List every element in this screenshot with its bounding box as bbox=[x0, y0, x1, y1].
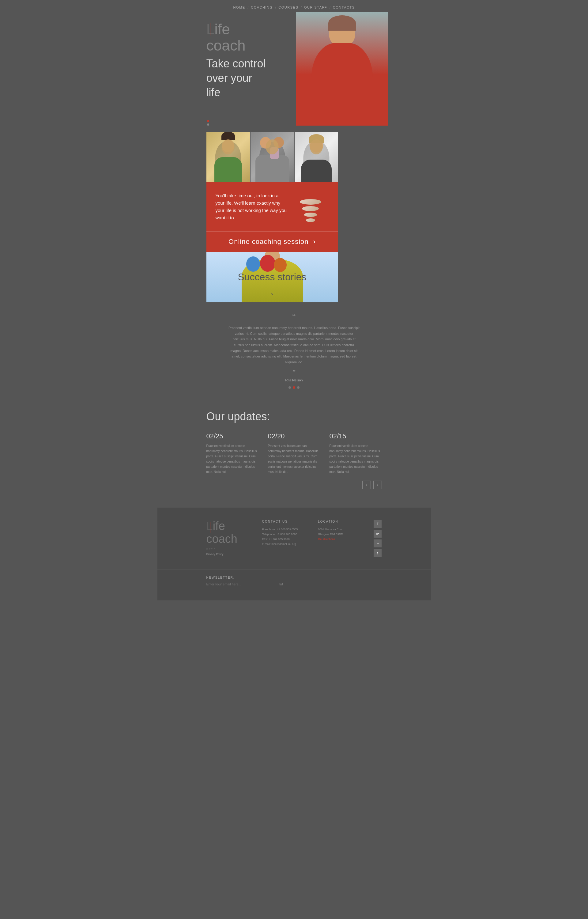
headline-line1: Take control bbox=[207, 57, 266, 70]
update-date-2: 02/20 bbox=[268, 432, 320, 440]
nav-home[interactable]: HOME bbox=[231, 5, 247, 9]
hero-person-bg bbox=[296, 12, 388, 126]
cta-button[interactable]: Online coaching session › bbox=[207, 232, 338, 252]
hero-dot-1 bbox=[207, 120, 209, 122]
updates-next-button[interactable]: › bbox=[373, 481, 382, 489]
facebook-icon[interactable]: f bbox=[374, 520, 381, 528]
footer-ife: ife bbox=[213, 520, 225, 532]
footer-location-title: LOCATION bbox=[318, 520, 361, 523]
footer-coach: coach bbox=[207, 533, 250, 546]
headline-line3: life bbox=[207, 86, 221, 99]
testimonial-dot-3[interactable] bbox=[297, 386, 299, 389]
nav-coaching[interactable]: COACHING bbox=[248, 5, 275, 9]
twitter-icon[interactable]: t bbox=[374, 549, 381, 557]
footer-freephone: Freephone: +1 800 559 8585 bbox=[262, 527, 305, 532]
cta-label: Online coaching session bbox=[228, 238, 309, 245]
footer: Life coach © 2015 Privacy Policy CONTACT… bbox=[157, 507, 431, 570]
newsletter-label: NEWSLETTER: bbox=[207, 570, 382, 579]
p2-flowers bbox=[270, 147, 279, 159]
footer-contact: CONTACT US Freephone: +1 800 559 8585 Te… bbox=[262, 520, 305, 547]
update-date-1: 02/25 bbox=[207, 432, 259, 440]
linkedin-icon[interactable]: in bbox=[374, 539, 381, 548]
hero-body bbox=[312, 43, 373, 126]
photo-sim-1 bbox=[207, 132, 250, 182]
open-quote-mark: “ bbox=[207, 312, 382, 321]
hero-hair bbox=[328, 15, 356, 31]
stones-visual bbox=[295, 191, 326, 222]
google-plus-icon[interactable]: g+ bbox=[374, 530, 381, 538]
stone-3 bbox=[304, 213, 317, 217]
photo-grid bbox=[207, 132, 338, 182]
testimonial-dot-2[interactable] bbox=[293, 386, 295, 389]
success-chevron-icon: ˅ bbox=[271, 292, 274, 300]
stone-4 bbox=[306, 218, 315, 222]
footer-logo-line1: Life bbox=[207, 520, 225, 533]
nav-courses[interactable]: COURSES bbox=[276, 5, 301, 9]
photo-sim-2 bbox=[250, 132, 294, 182]
hero-image bbox=[296, 12, 388, 126]
newsletter-form: ✉ bbox=[207, 582, 283, 588]
nav-red-line bbox=[294, 0, 294, 8]
footer-contact-details: Freephone: +1 800 559 8585 Telephone: +1… bbox=[262, 527, 305, 547]
footer-location: LOCATION 8001 Marmora Road Glasgow, D04 … bbox=[318, 520, 361, 542]
cta-section: Online coaching session › bbox=[207, 231, 338, 252]
stone-1 bbox=[300, 199, 321, 205]
success-section[interactable]: Success stories ˅ bbox=[207, 252, 338, 302]
site-logo: Life coach bbox=[207, 21, 246, 54]
update-text-2: Praesent vestibulum aenean nonummy hendr… bbox=[268, 443, 320, 475]
p2-head1 bbox=[260, 137, 271, 149]
nav-staff[interactable]: OUR STAFF bbox=[302, 5, 330, 9]
update-item-2: 02/20 Praesent vestibulum aenean nonummy… bbox=[268, 432, 320, 475]
logo-red-bar bbox=[210, 23, 210, 36]
newsletter-input[interactable] bbox=[207, 582, 279, 586]
update-text-1: Praesent vestibulum aenean nonummy hendr… bbox=[207, 443, 259, 475]
p1-body bbox=[214, 157, 242, 183]
p2-head2 bbox=[273, 137, 284, 148]
logo-l-letter: L bbox=[207, 21, 215, 37]
photo-2 bbox=[250, 132, 294, 182]
nav-contacts[interactable]: CONTACTS bbox=[330, 5, 357, 9]
main-nav: HOME / COACHING / COURSES / OUR STAFF / … bbox=[157, 0, 431, 12]
hero-dots bbox=[207, 120, 209, 126]
updates-grid: 02/25 Praesent vestibulum aenean nonummy… bbox=[207, 432, 382, 475]
photo-sim-3 bbox=[295, 132, 338, 182]
logo-ife: ife bbox=[214, 21, 230, 37]
logo-coach: coach bbox=[207, 38, 246, 54]
footer-privacy-link[interactable]: Privacy Policy bbox=[207, 552, 224, 556]
updates-section: Our updates: 02/25 Praesent vestibulum a… bbox=[157, 398, 431, 507]
hero-section: Life coach Take control over your life bbox=[157, 12, 431, 132]
update-date-3: 02/15 bbox=[330, 432, 382, 440]
newsletter-submit-button[interactable]: ✉ bbox=[279, 582, 283, 586]
hero-dot-2 bbox=[207, 123, 209, 126]
cta-arrow-icon: › bbox=[313, 238, 316, 245]
footer-logo: Life coach © 2015 Privacy Policy bbox=[207, 520, 250, 557]
quote-text: You'll take time out, to look in at your… bbox=[216, 192, 289, 221]
updates-title: Our updates: bbox=[207, 410, 382, 423]
update-text-3: Praesent vestibulum aenean nonummy hendr… bbox=[330, 443, 382, 475]
testimonial-dots bbox=[207, 386, 382, 389]
footer-red-bar bbox=[210, 522, 210, 533]
testimonial-author: Rita Nelson bbox=[207, 378, 382, 382]
footer-fax: FAX: +1 264 905 9898 bbox=[262, 537, 305, 542]
quote-section: You'll take time out, to look in at your… bbox=[207, 182, 338, 231]
testimonial-text: Praesent vestibulum aenean nonummy hendr… bbox=[228, 325, 360, 365]
photo-3 bbox=[295, 132, 338, 182]
p3-body bbox=[301, 160, 332, 182]
updates-nav: ‹ › bbox=[207, 481, 382, 489]
footer-directions-link[interactable]: Get directions bbox=[318, 538, 335, 541]
photo-1 bbox=[207, 132, 250, 182]
footer-contact-title: CONTACT US bbox=[262, 520, 305, 523]
hero-headline: Take control over your life bbox=[207, 57, 266, 100]
footer-social: f g+ in t bbox=[374, 520, 381, 557]
close-quote-mark: ” bbox=[207, 368, 382, 376]
testimonial-dot-1[interactable] bbox=[289, 386, 291, 389]
footer-copyright: © 2015 bbox=[207, 548, 250, 551]
updates-prev-button[interactable]: ‹ bbox=[362, 481, 371, 489]
p1-head bbox=[222, 139, 234, 152]
footer-email: E-mail: mail@demoLink.org bbox=[262, 542, 305, 546]
footer-logo-text: Life coach bbox=[207, 520, 250, 546]
footer-telephone: Telephone: +1 888 905 8585 bbox=[262, 532, 305, 537]
p3-hair bbox=[309, 134, 324, 143]
headline-line2: over your bbox=[207, 72, 252, 84]
update-item-1: 02/25 Praesent vestibulum aenean nonummy… bbox=[207, 432, 259, 475]
